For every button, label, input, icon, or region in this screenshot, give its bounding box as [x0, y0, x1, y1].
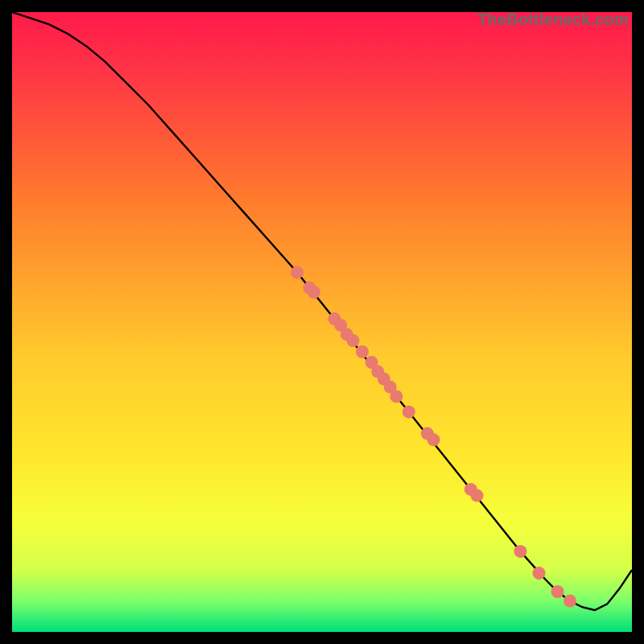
data-point [514, 545, 526, 558]
data-point [533, 567, 546, 580]
data-point [551, 585, 564, 598]
watermark-text: TheBottleneck.com [477, 10, 629, 29]
data-point [291, 266, 303, 279]
data-point [390, 390, 402, 402]
data-point [427, 433, 440, 446]
data-point [347, 334, 360, 347]
data-point [564, 595, 576, 608]
data-point [356, 345, 369, 358]
data-point [471, 489, 484, 502]
data-point [402, 406, 415, 419]
chart-svg [12, 12, 632, 632]
gradient-background [12, 12, 632, 632]
data-point [308, 286, 320, 299]
chart-frame: TheBottleneck.com [12, 12, 632, 632]
